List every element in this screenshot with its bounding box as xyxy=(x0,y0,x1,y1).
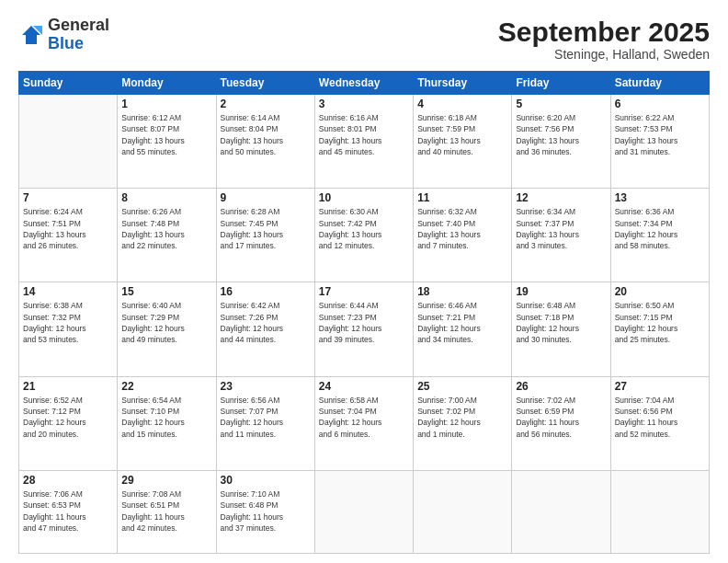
day-info: Sunrise: 6:24 AM Sunset: 7:51 PM Dayligh… xyxy=(23,206,113,251)
calendar-header-row: Sunday Monday Tuesday Wednesday Thursday… xyxy=(19,72,710,95)
day-info: Sunrise: 6:42 AM Sunset: 7:26 PM Dayligh… xyxy=(221,300,311,345)
day-info: Sunrise: 6:56 AM Sunset: 7:07 PM Dayligh… xyxy=(221,395,311,440)
table-row: 13Sunrise: 6:36 AM Sunset: 7:34 PM Dayli… xyxy=(610,189,709,282)
table-row: 26Sunrise: 7:02 AM Sunset: 6:59 PM Dayli… xyxy=(512,376,610,470)
day-info: Sunrise: 6:18 AM Sunset: 7:59 PM Dayligh… xyxy=(417,112,507,157)
table-row: 30Sunrise: 7:10 AM Sunset: 6:48 PM Dayli… xyxy=(216,470,314,553)
table-row: 27Sunrise: 7:04 AM Sunset: 6:56 PM Dayli… xyxy=(610,376,709,470)
day-info: Sunrise: 7:10 AM Sunset: 6:48 PM Dayligh… xyxy=(221,488,311,534)
day-number: 17 xyxy=(319,285,409,298)
day-number: 19 xyxy=(516,285,606,298)
logo-icon xyxy=(18,22,44,48)
day-info: Sunrise: 6:54 AM Sunset: 7:10 PM Dayligh… xyxy=(121,395,211,440)
day-number: 23 xyxy=(221,380,311,393)
day-info: Sunrise: 6:52 AM Sunset: 7:12 PM Dayligh… xyxy=(23,395,113,440)
table-row xyxy=(610,470,709,553)
page: General Blue September 2025 Steninge, Ha… xyxy=(0,0,728,563)
day-number: 26 xyxy=(516,380,606,393)
header: General Blue September 2025 Steninge, Ha… xyxy=(18,17,710,62)
logo-blue: Blue xyxy=(48,34,84,52)
table-row: 8Sunrise: 6:26 AM Sunset: 7:48 PM Daylig… xyxy=(118,189,216,282)
day-info: Sunrise: 7:06 AM Sunset: 6:53 PM Dayligh… xyxy=(23,488,113,534)
day-number: 5 xyxy=(516,98,606,110)
table-row: 23Sunrise: 6:56 AM Sunset: 7:07 PM Dayli… xyxy=(216,376,314,470)
day-number: 7 xyxy=(23,191,113,204)
day-info: Sunrise: 7:02 AM Sunset: 6:59 PM Dayligh… xyxy=(516,395,606,440)
col-saturday: Saturday xyxy=(610,72,709,95)
table-row xyxy=(314,470,413,553)
table-row: 15Sunrise: 6:40 AM Sunset: 7:29 PM Dayli… xyxy=(118,282,216,376)
day-info: Sunrise: 6:38 AM Sunset: 7:32 PM Dayligh… xyxy=(23,300,113,345)
table-row: 1Sunrise: 6:12 AM Sunset: 8:07 PM Daylig… xyxy=(118,95,216,189)
day-info: Sunrise: 6:32 AM Sunset: 7:40 PM Dayligh… xyxy=(417,206,507,251)
day-number: 27 xyxy=(615,380,705,393)
table-row: 17Sunrise: 6:44 AM Sunset: 7:23 PM Dayli… xyxy=(314,282,413,376)
day-number: 11 xyxy=(417,191,507,204)
table-row: 19Sunrise: 6:48 AM Sunset: 7:18 PM Dayli… xyxy=(512,282,610,376)
day-info: Sunrise: 6:22 AM Sunset: 7:53 PM Dayligh… xyxy=(615,112,705,157)
day-info: Sunrise: 6:48 AM Sunset: 7:18 PM Dayligh… xyxy=(516,300,606,345)
table-row xyxy=(414,470,512,553)
day-number: 20 xyxy=(615,285,705,298)
table-row: 2Sunrise: 6:14 AM Sunset: 8:04 PM Daylig… xyxy=(216,95,314,189)
title-block: September 2025 Steninge, Halland, Sweden xyxy=(498,17,710,62)
day-info: Sunrise: 6:36 AM Sunset: 7:34 PM Dayligh… xyxy=(615,206,705,251)
day-number: 14 xyxy=(23,285,113,298)
day-number: 30 xyxy=(221,474,311,487)
day-info: Sunrise: 6:34 AM Sunset: 7:37 PM Dayligh… xyxy=(516,206,606,251)
logo: General Blue xyxy=(18,17,109,53)
table-row: 14Sunrise: 6:38 AM Sunset: 7:32 PM Dayli… xyxy=(19,282,118,376)
month-title: September 2025 xyxy=(498,17,710,47)
col-sunday: Sunday xyxy=(19,72,118,95)
table-row: 22Sunrise: 6:54 AM Sunset: 7:10 PM Dayli… xyxy=(118,376,216,470)
table-row xyxy=(19,95,118,189)
table-row: 21Sunrise: 6:52 AM Sunset: 7:12 PM Dayli… xyxy=(19,376,118,470)
day-info: Sunrise: 6:14 AM Sunset: 8:04 PM Dayligh… xyxy=(221,112,311,157)
day-info: Sunrise: 6:28 AM Sunset: 7:45 PM Dayligh… xyxy=(221,206,311,251)
col-monday: Monday xyxy=(118,72,216,95)
day-number: 25 xyxy=(417,380,507,393)
day-info: Sunrise: 6:46 AM Sunset: 7:21 PM Dayligh… xyxy=(417,300,507,345)
day-info: Sunrise: 6:12 AM Sunset: 8:07 PM Dayligh… xyxy=(121,112,211,157)
table-row: 10Sunrise: 6:30 AM Sunset: 7:42 PM Dayli… xyxy=(314,189,413,282)
table-row: 18Sunrise: 6:46 AM Sunset: 7:21 PM Dayli… xyxy=(414,282,512,376)
table-row: 28Sunrise: 7:06 AM Sunset: 6:53 PM Dayli… xyxy=(19,470,118,553)
table-row: 5Sunrise: 6:20 AM Sunset: 7:56 PM Daylig… xyxy=(512,95,610,189)
day-number: 1 xyxy=(121,98,211,110)
calendar-table: Sunday Monday Tuesday Wednesday Thursday… xyxy=(18,71,710,554)
table-row: 24Sunrise: 6:58 AM Sunset: 7:04 PM Dayli… xyxy=(314,376,413,470)
table-row: 6Sunrise: 6:22 AM Sunset: 7:53 PM Daylig… xyxy=(610,95,709,189)
day-info: Sunrise: 6:58 AM Sunset: 7:04 PM Dayligh… xyxy=(319,395,409,440)
table-row: 3Sunrise: 6:16 AM Sunset: 8:01 PM Daylig… xyxy=(314,95,413,189)
day-info: Sunrise: 7:08 AM Sunset: 6:51 PM Dayligh… xyxy=(121,488,211,534)
table-row: 12Sunrise: 6:34 AM Sunset: 7:37 PM Dayli… xyxy=(512,189,610,282)
col-tuesday: Tuesday xyxy=(216,72,314,95)
day-number: 29 xyxy=(121,474,211,487)
table-row: 25Sunrise: 7:00 AM Sunset: 7:02 PM Dayli… xyxy=(414,376,512,470)
day-number: 24 xyxy=(319,380,409,393)
table-row xyxy=(512,470,610,553)
day-info: Sunrise: 6:40 AM Sunset: 7:29 PM Dayligh… xyxy=(121,300,211,345)
table-row: 7Sunrise: 6:24 AM Sunset: 7:51 PM Daylig… xyxy=(19,189,118,282)
day-info: Sunrise: 7:00 AM Sunset: 7:02 PM Dayligh… xyxy=(417,395,507,440)
day-info: Sunrise: 6:30 AM Sunset: 7:42 PM Dayligh… xyxy=(319,206,409,251)
day-number: 3 xyxy=(319,98,409,110)
day-info: Sunrise: 6:20 AM Sunset: 7:56 PM Dayligh… xyxy=(516,112,606,157)
table-row: 11Sunrise: 6:32 AM Sunset: 7:40 PM Dayli… xyxy=(414,189,512,282)
day-number: 9 xyxy=(221,191,311,204)
day-info: Sunrise: 6:26 AM Sunset: 7:48 PM Dayligh… xyxy=(121,206,211,251)
day-number: 18 xyxy=(417,285,507,298)
day-number: 16 xyxy=(221,285,311,298)
table-row: 16Sunrise: 6:42 AM Sunset: 7:26 PM Dayli… xyxy=(216,282,314,376)
day-number: 28 xyxy=(23,474,113,487)
day-info: Sunrise: 6:16 AM Sunset: 8:01 PM Dayligh… xyxy=(319,112,409,157)
logo-text: General Blue xyxy=(48,17,109,53)
table-row: 9Sunrise: 6:28 AM Sunset: 7:45 PM Daylig… xyxy=(216,189,314,282)
day-number: 15 xyxy=(121,285,211,298)
day-number: 8 xyxy=(121,191,211,204)
location: Steninge, Halland, Sweden xyxy=(498,47,710,62)
day-number: 21 xyxy=(23,380,113,393)
col-wednesday: Wednesday xyxy=(314,72,413,95)
col-friday: Friday xyxy=(512,72,610,95)
day-number: 13 xyxy=(615,191,705,204)
